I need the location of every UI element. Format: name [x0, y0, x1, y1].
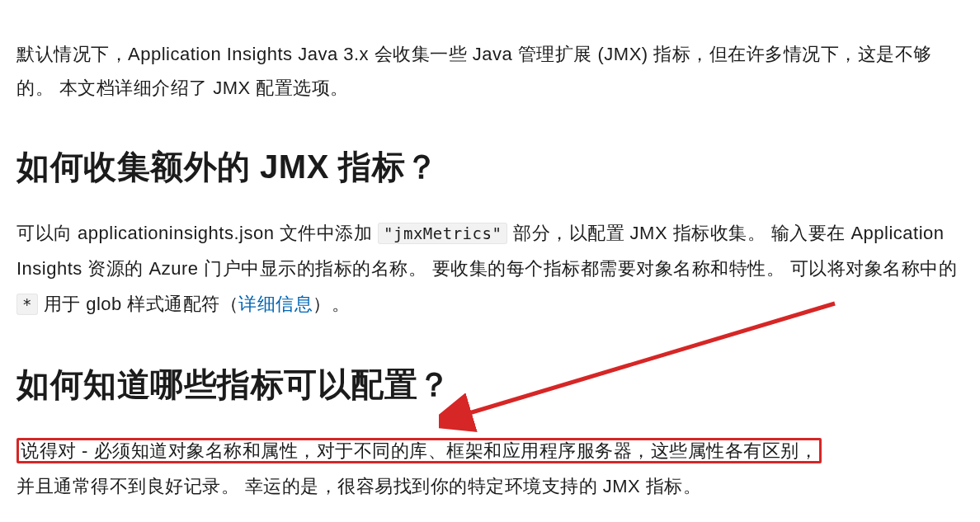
paragraph-collect: 可以向 applicationinsights.json 文件中添加 "jmxM…	[16, 216, 964, 322]
heading-collect-extra-jmx: 如何收集额外的 JMX 指标？	[16, 144, 964, 190]
code-asterisk: *	[16, 294, 38, 315]
para2-rest: 并且通常得不到良好记录。 幸运的是，很容易找到你的特定环境支持的 JMX 指标。	[16, 476, 701, 496]
para1-seg1: 可以向 applicationinsights.json 文件中添加	[16, 223, 378, 243]
intro-paragraph: 默认情况下，Application Insights Java 3.x 会收集一…	[16, 38, 964, 105]
para1-seg3: 用于 glob 样式通配符（	[44, 294, 239, 314]
code-jmxmetrics: "jmxMetrics"	[378, 223, 507, 244]
heading-which-metrics: 如何知道哪些指标可以配置？	[16, 362, 964, 407]
para1-seg4: ）。	[313, 294, 350, 314]
highlighted-sentence: 说得对 - 必须知道对象名称和属性，对于不同的库、框架和应用程序服务器，这些属性…	[16, 438, 822, 463]
paragraph-which: 说得对 - 必须知道对象名称和属性，对于不同的库、框架和应用程序服务器，这些属性…	[16, 434, 964, 505]
link-details[interactable]: 详细信息	[238, 294, 313, 314]
